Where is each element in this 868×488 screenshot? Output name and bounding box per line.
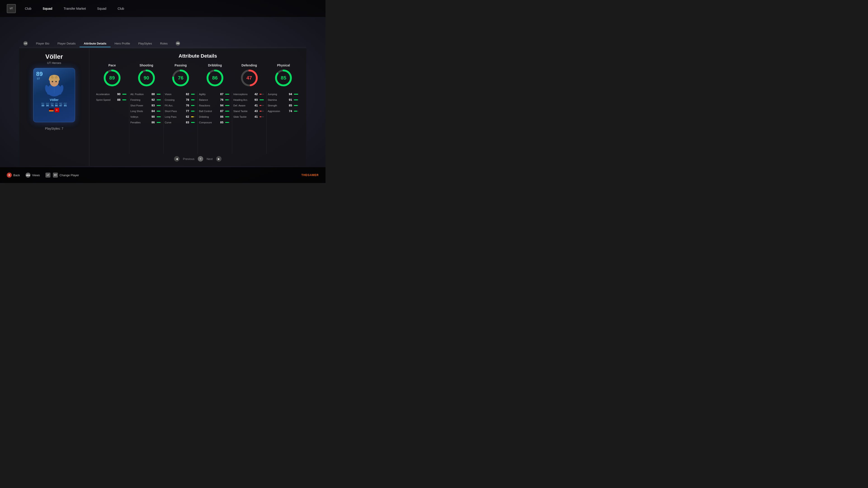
stat-bar-container [259, 99, 264, 100]
stat-bar [259, 99, 264, 100]
watermark-rest: GAMER [307, 173, 319, 177]
nav-squad[interactable]: Squad [40, 6, 55, 11]
tab-player-bio[interactable]: Player Bio [32, 40, 53, 47]
card-stats: PAC 89 SHO 90 PAS 76 DRI 86 DEF 47 [41, 103, 67, 107]
player-name: Völler [45, 53, 63, 60]
bottom-right: THEGAMER [301, 173, 319, 177]
b-button-icon: B [7, 173, 12, 177]
stat-value: 41 [251, 104, 258, 107]
circle-value-shooting: 90 [137, 69, 156, 87]
tab-roles[interactable]: Roles [156, 40, 172, 47]
tab-rb[interactable]: RB [172, 39, 184, 47]
stat-bar-container [191, 105, 195, 106]
category-label-pace: Pace [108, 64, 116, 67]
stat-value: 78 [183, 98, 189, 101]
nav-transfer-market[interactable]: Transfer Market [61, 6, 88, 11]
stat-name: Acceleration [96, 93, 114, 96]
stat-value: 93 [149, 104, 155, 107]
player-panel: Völler UT Heroes 89 ST [19, 48, 89, 166]
stat-value: 76 [183, 104, 189, 107]
stat-bar-container [191, 122, 195, 123]
stat-value: 90 [114, 92, 121, 96]
circle-value-pace: 89 [103, 69, 121, 87]
stat-row-att-position: Att. Position 88 [130, 92, 161, 97]
stat-bar [157, 94, 160, 95]
stat-row-short-pass: Short Pass 77 [165, 108, 195, 113]
tab-hero-profile[interactable]: Hero Profile [111, 40, 134, 47]
stat-bar [157, 111, 160, 111]
category-label-physical: Physical [277, 64, 290, 67]
stat-bar-container [259, 116, 264, 117]
stat-row-crossing: Crossing 78 [165, 97, 195, 102]
stats-col-3: Agility 87 Balance 76 Reactions 94 Ball … [198, 92, 232, 154]
watermark: THEGAMER [301, 173, 319, 177]
league-badge: BL [55, 108, 59, 112]
stat-name: Short Pass [165, 110, 183, 112]
attributes-panel: Attribute Details Pace 89 Shooting 90 [89, 48, 306, 166]
stat-row-penalties: Penalties 86 [130, 120, 161, 125]
stat-row-interceptions: Interceptions 42 [233, 92, 264, 97]
stat-bar-container [225, 99, 230, 100]
stat-row-stand-tackle: Stand Tackle 43 [233, 108, 264, 113]
stat-row-jumping: Jumping 94 [268, 92, 298, 97]
stat-bar [191, 99, 194, 100]
stat-row-balance: Balance 76 [199, 97, 230, 102]
stat-name: Finishing [130, 98, 149, 101]
tab-playstyles[interactable]: PlayStyles [134, 40, 156, 47]
stat-name: Agility [199, 93, 217, 96]
stat-bar [225, 99, 228, 100]
stat-value: 74 [286, 109, 292, 113]
back-button[interactable]: B Back [7, 173, 20, 177]
tab-player-details[interactable]: Player Details [53, 40, 80, 47]
stat-bar-container [294, 94, 298, 95]
change-player-button[interactable]: LT RT Change Player [45, 173, 79, 177]
prev-icon[interactable]: ◀ [174, 156, 180, 162]
stat-row-curve: Curve 83 [165, 120, 195, 125]
stat-row-volleys: Volleys 90 [130, 114, 161, 119]
stat-bar [225, 111, 229, 111]
stat-bar-container [225, 122, 230, 123]
lb-button[interactable]: LB [23, 41, 28, 46]
stat-bar-container [225, 105, 230, 106]
card-player-name: Völler [50, 98, 59, 102]
stat-bar [225, 116, 229, 117]
stat-row-acceleration: Acceleration 90 [96, 92, 127, 97]
stat-name: Composure [199, 121, 217, 124]
stat-name: Curve [165, 121, 183, 124]
stat-value: 85 [286, 104, 292, 107]
stat-bar-container [122, 99, 127, 100]
circle-passing: 76 [172, 69, 190, 87]
stat-row-long-pass: Long Pass 62 [165, 114, 195, 119]
stat-bar [157, 116, 161, 117]
stat-bar [294, 111, 297, 111]
stat-value: 82 [183, 92, 189, 96]
stat-row-slide-tackle: Slide Tackle 41 [233, 114, 264, 119]
stat-bar [191, 116, 194, 117]
stat-name: FK Acc. [165, 104, 183, 107]
stat-bar [259, 111, 261, 111]
stat-bar-container [225, 111, 230, 111]
stat-value: 90 [149, 115, 155, 119]
svg-point-11 [55, 81, 57, 82]
germany-flag [49, 109, 54, 111]
stat-name: Crossing [165, 98, 183, 101]
tab-attribute-details[interactable]: Attribute Details [80, 40, 110, 47]
next-icon[interactable]: ▶ [216, 156, 221, 162]
nav-club[interactable]: Club [23, 6, 34, 11]
lt-button-icon: LT [45, 173, 51, 177]
card-player-image [41, 72, 68, 97]
stat-bar-container [157, 122, 161, 123]
nav-club2[interactable]: Club [115, 6, 126, 11]
nav-squad2[interactable]: Squad [95, 6, 108, 11]
stat-bar-container [191, 99, 195, 100]
tab-lb[interactable]: LB [19, 39, 32, 47]
views-button[interactable]: ◀R▶ Views [26, 173, 40, 177]
stat-bar-container [191, 94, 195, 95]
views-label: Views [32, 173, 40, 177]
next-label[interactable]: Next [207, 157, 213, 161]
rb-button[interactable]: RB [176, 41, 180, 46]
prev-label[interactable]: Previous [183, 157, 194, 161]
category-dribbling: Dribbling 86 [198, 64, 232, 87]
main-content: Völler UT Heroes 89 ST [19, 48, 306, 166]
card-stat-sho: SHO 90 [46, 103, 49, 107]
